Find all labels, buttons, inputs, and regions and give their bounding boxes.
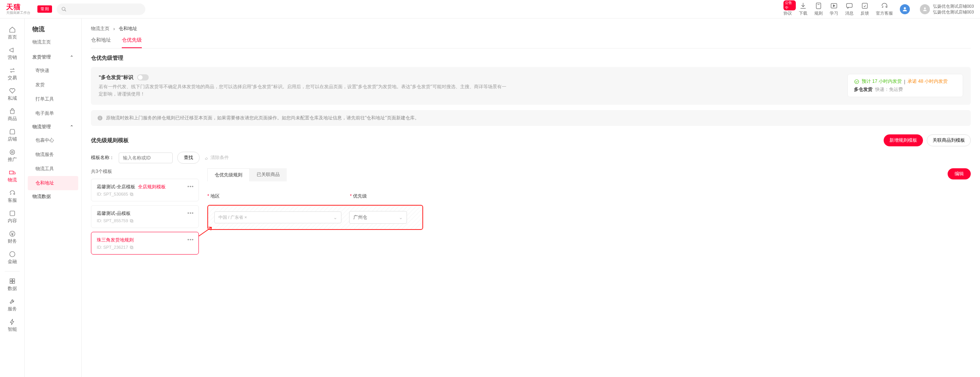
avatar-icon[interactable] (900, 4, 910, 14)
bolt-icon (9, 318, 16, 325)
more-icon[interactable]: ••• (187, 237, 194, 243)
rule-row-highlighted: 中国 / 广东省 × ⌄ 广州仓 ⌄ (207, 205, 423, 230)
svg-rect-13 (9, 171, 13, 174)
alert-bar: 原物流时效和上门服务的择仓规则已经迁移至本页面，如果需要修改请您此页面操作。如您… (91, 110, 971, 126)
template-card-2[interactable]: 珠三角发货地规则 ID: SPT_236217 ••• (91, 232, 199, 255)
new-template-button[interactable]: 新增规则模板 (884, 134, 923, 146)
nav-feedback[interactable]: 反馈 (861, 2, 869, 16)
eraser-icon (204, 156, 209, 160)
sub-leaf-ewaybill[interactable]: 电子面单 (25, 106, 81, 121)
priority-select[interactable]: 广州仓 ⌄ (349, 211, 407, 224)
sub-group-manage[interactable]: 物流管理⌃ (25, 121, 81, 133)
sidebar-item-logistics[interactable]: 物流 (0, 166, 24, 186)
label: 发货管理 (32, 54, 51, 60)
sub-leaf-express[interactable]: 寄快递 (25, 64, 81, 78)
user-menu[interactable]: 弘扬优仓测试店铺003 弘扬优仓测试店铺003 (920, 3, 974, 15)
label: 物流数据 (32, 193, 51, 200)
sidebar-item-ai[interactable]: 智能 (0, 315, 24, 336)
copy-icon[interactable] (129, 219, 134, 223)
tab-warehouse-addr[interactable]: 仓和地址 (91, 37, 111, 48)
subtab-linked-products[interactable]: 已关联商品 (250, 168, 287, 181)
sidebar-item-home[interactable]: 首页 (0, 23, 24, 44)
label: 私域 (8, 95, 17, 102)
nav-support[interactable]: 官方客服 (876, 2, 893, 16)
sidebar-item-data[interactable]: 数据 (0, 275, 24, 295)
sidebar-item-loan[interactable]: 金融 (0, 248, 24, 268)
subtab-priority-rules[interactable]: 仓优先级规则 (207, 168, 250, 181)
label: 营销 (8, 54, 17, 61)
copy-icon[interactable] (129, 245, 134, 250)
estimate-text: 预计 17 小时内发货 (862, 78, 902, 85)
search-input[interactable] (57, 3, 145, 15)
rule-title: 优先级规则模板 (91, 137, 129, 144)
nav-download[interactable]: 下载 (799, 2, 807, 16)
sub-leaf-ship[interactable]: 发货 (25, 78, 81, 92)
sep: | (904, 79, 905, 84)
header-region: 地区 (207, 193, 342, 199)
sub-group-ship[interactable]: 发货管理⌃ (25, 51, 81, 64)
id: ID: SPT_530685 (97, 192, 128, 196)
sidebar-item-shop[interactable]: 店铺 (0, 125, 24, 146)
sub-title: 物流 (25, 25, 81, 39)
sub-leaf-package[interactable]: 包裹中心 (25, 133, 81, 147)
template-name: 霜馨测试-全店模板 全店规则模板 (97, 184, 193, 190)
id: ID: SPT_236217 (97, 245, 128, 250)
sidebar-item-svc[interactable]: 服务 (0, 295, 24, 315)
toggle-switch[interactable] (137, 74, 149, 80)
edit-button[interactable]: 编辑 (948, 168, 971, 179)
bc-link[interactable]: 物流主页 (91, 25, 109, 32)
find-button[interactable]: 查找 (177, 152, 200, 164)
info-icon (97, 115, 103, 121)
filter-row: 模板名称： 查找 清除条件 (91, 152, 971, 164)
target-icon (9, 149, 16, 156)
home-icon (9, 26, 16, 33)
nav-learn[interactable]: 学习 (830, 2, 838, 16)
sub-leaf-print[interactable]: 打单工具 (25, 92, 81, 106)
more-icon[interactable]: ••• (187, 210, 194, 216)
sidebar-item-private[interactable]: 私域 (0, 84, 24, 105)
label: 物流管理 (32, 124, 51, 130)
svg-marker-6 (833, 5, 835, 7)
template-name-input[interactable] (119, 152, 173, 163)
logo[interactable]: 天猫 天猫商家工作台 (6, 3, 30, 15)
svg-rect-23 (100, 118, 100, 119)
sub-group-data[interactable]: 物流数据 (25, 190, 81, 203)
common-tag[interactable]: 常用 (37, 5, 52, 13)
sidebar-item-finance[interactable]: 财务 (0, 227, 24, 248)
sub-leaf-warehouse[interactable]: 仓和地址 (28, 176, 78, 190)
sub-leaf-service[interactable]: 物流服务 (25, 147, 81, 162)
template-card-1[interactable]: 霜馨测试-品模板 ID: SPT_855759 ••• (91, 205, 199, 228)
sidebar-item-content[interactable]: 内容 (0, 207, 24, 227)
yen-icon (9, 230, 16, 237)
filter-label: 模板名称： (91, 154, 114, 161)
tab-warehouse-priority[interactable]: 仓优先级 (122, 37, 142, 48)
nav-message[interactable]: 消息 (845, 2, 854, 16)
svg-point-21 (855, 79, 859, 84)
clear-link[interactable]: 清除条件 (204, 154, 229, 161)
section-title: 仓优先级管理 (91, 55, 971, 62)
shop-name: 弘扬优仓测试店铺003 (933, 3, 974, 9)
link-products-button[interactable]: 关联商品到模板 (927, 134, 971, 146)
sub-home-link[interactable]: 物流主页 (25, 39, 81, 51)
copy-icon[interactable] (129, 192, 134, 196)
chat-icon (846, 2, 853, 10)
nav-rules[interactable]: 规则 (814, 2, 823, 16)
template-card-0[interactable]: 霜馨测试-全店模板 全店规则模板 ID: SPT_530685 ••• (91, 179, 199, 201)
more-icon[interactable]: ••• (187, 184, 194, 189)
play-icon (830, 2, 838, 10)
label: 智能 (8, 326, 17, 333)
sidebar-item-product[interactable]: 商品 (0, 105, 24, 125)
nav-protocol[interactable]: 协议 公告中 (783, 2, 792, 16)
region-select[interactable]: 中国 / 广东省 × ⌄ (214, 211, 341, 223)
svg-point-0 (62, 7, 65, 10)
ship-estimate: 预计 17 小时内发货 | 承诺 48 小时内发货 (854, 78, 956, 85)
sidebar-item-service[interactable]: 客服 (0, 186, 24, 207)
sidebar-item-trade[interactable]: 交易 (0, 64, 24, 84)
content-split: 共3个模板 霜馨测试-全店模板 全店规则模板 ID: SPT_530685 ••… (91, 168, 971, 258)
sidebar-item-promo[interactable]: 推广 (0, 146, 24, 166)
detail: 快递：免运费 (875, 87, 903, 92)
sub-leaf-tools[interactable]: 物流工具 (25, 162, 81, 176)
svg-line-1 (65, 10, 66, 11)
sidebar-item-marketing[interactable]: 营销 (0, 44, 24, 64)
svg-rect-19 (10, 281, 12, 283)
